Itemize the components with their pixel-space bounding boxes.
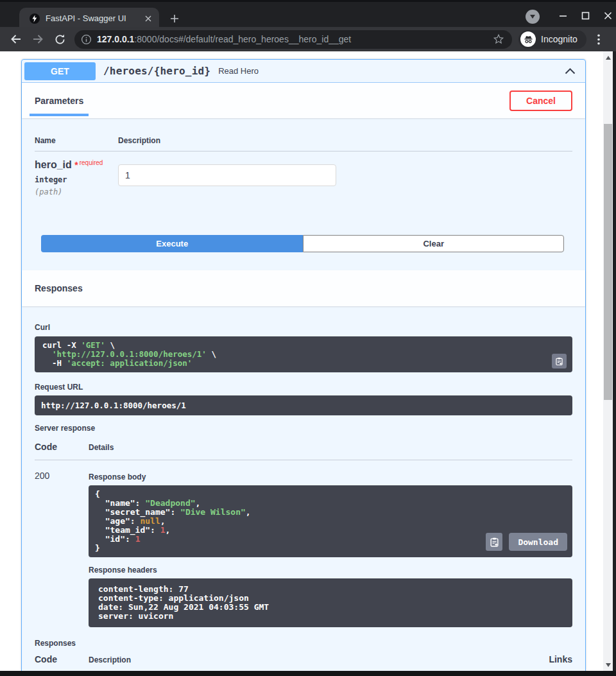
back-button[interactable] xyxy=(5,30,27,49)
status-code: 200 xyxy=(35,469,89,627)
arrow-up-icon xyxy=(606,56,611,60)
scrollbar-thumb[interactable] xyxy=(604,124,612,400)
reload-button[interactable] xyxy=(49,30,71,49)
arrow-down-icon xyxy=(606,663,611,667)
window-border-right xyxy=(613,51,616,676)
url-path: :8000/docs#/default/read_hero_heroes__he… xyxy=(134,34,351,44)
tab-search-button[interactable] xyxy=(526,10,540,24)
curl-code-block: curl -X 'GET' \ 'http://127.0.0.1:8000/h… xyxy=(35,336,572,372)
site-info-icon[interactable] xyxy=(81,34,92,45)
clear-button[interactable]: Clear xyxy=(303,235,564,252)
maximize-button[interactable] xyxy=(581,11,590,22)
minimize-button[interactable] xyxy=(559,11,567,22)
menu-kebab-button[interactable] xyxy=(588,30,610,49)
description-column-header: Description xyxy=(89,655,549,664)
tab-parameters[interactable]: Parameters xyxy=(35,96,83,106)
new-tab-button[interactable] xyxy=(168,12,181,25)
scroll-down-button[interactable] xyxy=(603,660,613,670)
responses-body: Curl curl -X 'GET' \ 'http://127.0.0.1:8… xyxy=(22,306,585,671)
incognito-badge: Incognito xyxy=(518,30,586,49)
request-url-block: http://127.0.0.1:8000/heroes/1 xyxy=(35,395,572,415)
bookmark-star-icon[interactable] xyxy=(493,33,504,45)
responses-title: Responses xyxy=(35,283,83,293)
param-location: (path) xyxy=(35,187,118,196)
browser-titlebar: FastAPI - Swagger UI xyxy=(0,0,616,27)
hero-id-input[interactable] xyxy=(118,164,336,186)
window-border-bottom xyxy=(0,671,616,676)
param-type: integer xyxy=(35,175,118,184)
code-column-header: Code xyxy=(35,654,89,664)
tab-title: FastAPI - Swagger UI xyxy=(46,13,142,23)
required-label: required xyxy=(80,159,103,166)
close-button[interactable] xyxy=(604,11,612,22)
responses-header: Responses xyxy=(22,270,585,306)
opblock-get-heroes: GET /heroes/{hero_id} Read Hero Paramete… xyxy=(21,59,586,671)
incognito-label: Incognito xyxy=(541,34,578,44)
required-star: * xyxy=(74,160,78,170)
page-content: GET /heroes/{hero_id} Read Hero Paramete… xyxy=(0,51,603,671)
details-column-header: Details xyxy=(89,443,572,452)
browser-toolbar: 127.0.0.1:8000/docs#/default/read_hero_h… xyxy=(0,27,616,51)
response-headers-block: content-length: 77content-type: applicat… xyxy=(89,578,572,627)
parameters-body: Name Description hero_id *required integ… xyxy=(22,118,585,252)
cancel-button[interactable]: Cancel xyxy=(509,91,572,111)
parameters-header: Parameters Cancel xyxy=(22,83,585,118)
response-headers-label: Response headers xyxy=(89,566,572,575)
fastapi-favicon xyxy=(30,13,40,24)
method-badge: GET xyxy=(24,62,96,80)
links-column-header: Links xyxy=(549,654,572,664)
url-host: 127.0.0.1 xyxy=(97,34,134,44)
request-url-label: Request URL xyxy=(35,383,572,392)
operation-path: /heroes/{hero_id} xyxy=(103,65,210,77)
response-body-label: Response body xyxy=(89,472,572,481)
operation-description: Read Hero xyxy=(218,66,259,76)
copy-curl-button[interactable] xyxy=(552,354,567,368)
param-row-hero-id: hero_id *required integer (path) xyxy=(35,152,572,196)
incognito-icon xyxy=(520,31,536,47)
request-url-value: http://127.0.0.1:8000/heroes/1 xyxy=(41,401,566,410)
param-name: hero_id xyxy=(35,159,72,170)
address-bar[interactable]: 127.0.0.1:8000/docs#/default/read_hero_h… xyxy=(74,30,512,49)
collapse-chevron-icon[interactable] xyxy=(565,68,576,74)
url-text: 127.0.0.1:8000/docs#/default/read_hero_h… xyxy=(97,34,493,44)
divider xyxy=(35,460,572,460)
col-description-header: Description xyxy=(118,136,572,145)
server-response-label: Server response xyxy=(35,424,572,433)
responses-table-title: Responses xyxy=(35,639,572,648)
download-button[interactable]: Download xyxy=(509,533,567,551)
code-column-header: Code xyxy=(35,442,89,452)
browser-tab[interactable]: FastAPI - Swagger UI xyxy=(19,8,159,29)
operation-summary[interactable]: GET /heroes/{hero_id} Read Hero xyxy=(22,60,585,83)
scroll-up-button[interactable] xyxy=(603,53,613,62)
forward-button[interactable] xyxy=(27,30,49,49)
tab-close-icon[interactable] xyxy=(142,13,154,24)
col-name-header: Name xyxy=(35,136,118,145)
curl-label: Curl xyxy=(35,323,572,332)
execute-button[interactable]: Execute xyxy=(41,235,303,252)
chevron-down-icon xyxy=(530,15,535,19)
server-response-row: 200 Response body { "name": "Deadpond", … xyxy=(35,469,572,627)
response-body-block: { "name": "Deadpond", "secret_name": "Di… xyxy=(89,485,572,557)
copy-response-button[interactable] xyxy=(486,533,502,551)
